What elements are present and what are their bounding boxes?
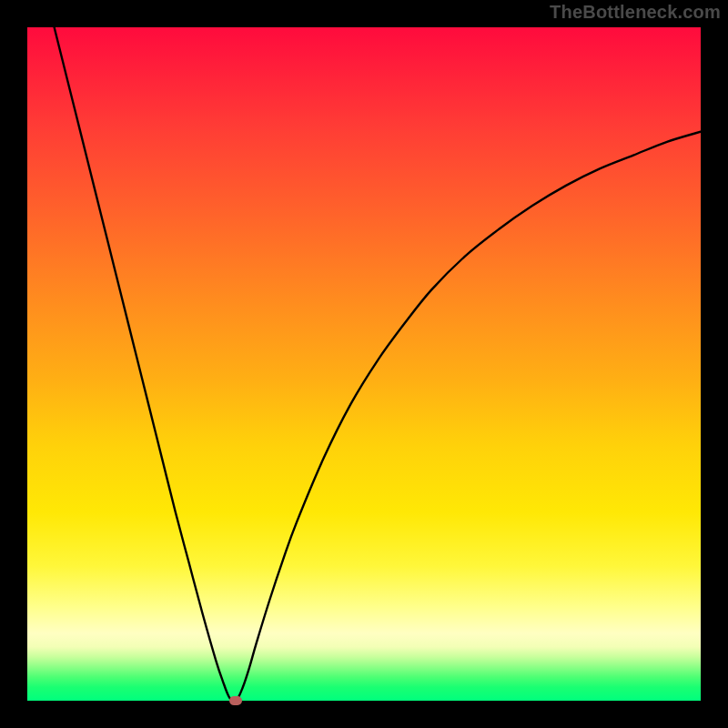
watermark-text: TheBottleneck.com bbox=[550, 2, 721, 23]
plot-area bbox=[27, 27, 701, 701]
minimum-point-marker bbox=[229, 696, 242, 705]
curve-svg bbox=[27, 27, 701, 701]
chart-frame: TheBottleneck.com bbox=[0, 0, 728, 728]
bottleneck-curve bbox=[55, 27, 701, 701]
